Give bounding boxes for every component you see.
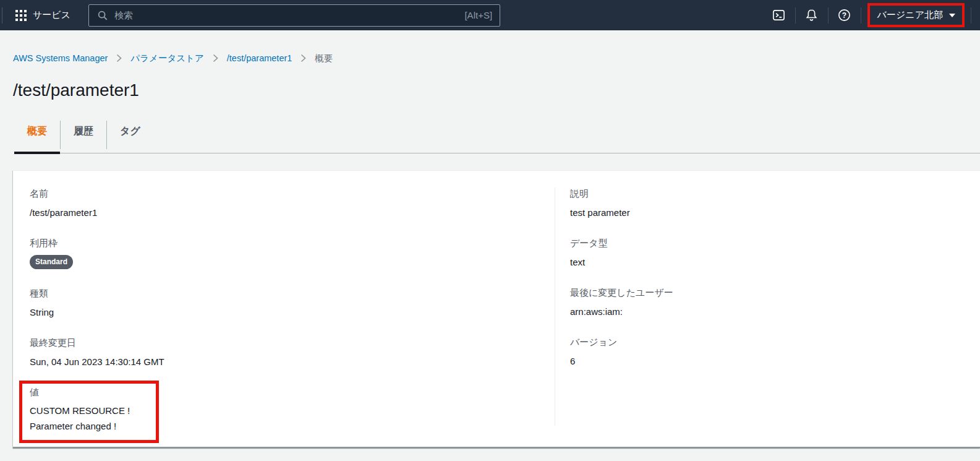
field-label: 値 — [30, 386, 130, 399]
top-navigation-bar: サービス [Alt+S] — [0, 0, 980, 30]
field-label: データ型 — [570, 237, 955, 249]
search-shortcut-hint: [Alt+S] — [464, 10, 492, 20]
divider — [861, 7, 861, 24]
field-value: Sun, 04 Jun 2023 14:30:14 GMT — [30, 356, 530, 368]
field-label: 名前 — [30, 187, 530, 200]
field-label: 最終変更日 — [30, 337, 530, 349]
field-value: 6 — [570, 355, 955, 368]
divider — [971, 7, 971, 24]
overview-card: 名前 /test/parameter1 利用枠 Standard 種類 Stri… — [13, 170, 980, 448]
cloudshell-button[interactable] — [767, 3, 791, 28]
divider — [2, 7, 2, 24]
field-tier: 利用枠 Standard — [30, 237, 530, 269]
search-input[interactable] — [114, 10, 458, 20]
field-value: text — [570, 256, 955, 269]
page-title: /test/parameter1 — [13, 79, 980, 102]
search-icon — [97, 10, 108, 21]
field-label: バージョン — [570, 336, 955, 348]
region-selector[interactable]: バージニア北部 — [870, 6, 962, 25]
tab-tags[interactable]: タグ — [107, 121, 153, 153]
divider — [828, 7, 829, 24]
field-data-type: データ型 text — [570, 237, 955, 269]
svg-text:?: ? — [842, 11, 846, 20]
field-label: 利用枠 — [30, 237, 530, 249]
help-button[interactable]: ? — [832, 3, 857, 28]
field-last-modified-user: 最後に変更したユーザー arn:aws:iam: — [570, 287, 955, 318]
divider — [795, 7, 796, 24]
overview-left-column: 名前 /test/parameter1 利用枠 Standard 種類 Stri… — [13, 171, 555, 447]
field-label: 説明 — [570, 187, 955, 200]
tab-bar: 概要 履歴 タグ — [14, 121, 980, 153]
breadcrumb-item-systems-manager[interactable]: AWS Systems Manager — [13, 52, 108, 64]
breadcrumb-item-parameter-store[interactable]: パラメータストア — [130, 52, 203, 64]
breadcrumb-chevron-icon — [116, 54, 122, 62]
main-content: AWS Systems Manager パラメータストア /test/param… — [0, 52, 980, 448]
services-label: サービス — [33, 9, 70, 21]
breadcrumb-chevron-icon — [300, 54, 306, 62]
topbar-right-controls: ? バージニア北部 — [767, 3, 975, 28]
apps-grid-icon — [15, 10, 27, 21]
tier-standard-badge: Standard — [30, 255, 73, 269]
region-label: バージニア北部 — [877, 9, 943, 21]
field-last-modified-date: 最終変更日 Sun, 04 Jun 2023 14:30:14 GMT — [30, 337, 530, 368]
parameter-value-line: Parameter changed ! — [30, 418, 130, 434]
chevron-down-icon — [949, 14, 955, 17]
field-label: 最後に変更したユーザー — [570, 287, 955, 299]
notifications-button[interactable] — [799, 3, 824, 28]
cloudshell-terminal-icon — [772, 8, 786, 22]
field-version: バージョン 6 — [570, 336, 955, 368]
bell-icon — [804, 8, 819, 22]
breadcrumb-chevron-icon — [213, 54, 218, 62]
field-value-section: 値 CUSTOM RESOURCE ! Parameter changed ! — [30, 386, 130, 434]
tab-history[interactable]: 履歴 — [61, 121, 106, 153]
field-type: 種類 String — [30, 287, 530, 319]
field-value: /test/parameter1 — [30, 207, 530, 219]
field-value: String — [30, 306, 530, 319]
global-search[interactable]: [Alt+S] — [88, 4, 500, 27]
tab-overview[interactable]: 概要 — [14, 121, 60, 153]
divider — [555, 187, 555, 426]
field-description: 説明 test parameter — [570, 187, 955, 219]
breadcrumb-item-parameter[interactable]: /test/parameter1 — [227, 52, 292, 64]
breadcrumb: AWS Systems Manager パラメータストア /test/param… — [13, 52, 980, 64]
question-mark-icon: ? — [837, 8, 851, 22]
breadcrumb-current: 概要 — [315, 52, 333, 64]
field-value: test parameter — [570, 207, 955, 219]
field-label: 種類 — [30, 287, 530, 299]
overview-right-column: 説明 test parameter データ型 text 最後に変更したユーザー … — [555, 171, 980, 447]
services-menu-button[interactable]: サービス — [15, 9, 70, 21]
annotation-box-region: バージニア北部 — [867, 3, 965, 27]
field-value: arn:aws:iam: — [570, 306, 955, 318]
parameter-value-line: CUSTOM RESOURCE ! — [30, 403, 130, 418]
field-name: 名前 /test/parameter1 — [30, 187, 530, 219]
annotation-box-value: 値 CUSTOM RESOURCE ! Parameter changed ! — [19, 381, 159, 443]
